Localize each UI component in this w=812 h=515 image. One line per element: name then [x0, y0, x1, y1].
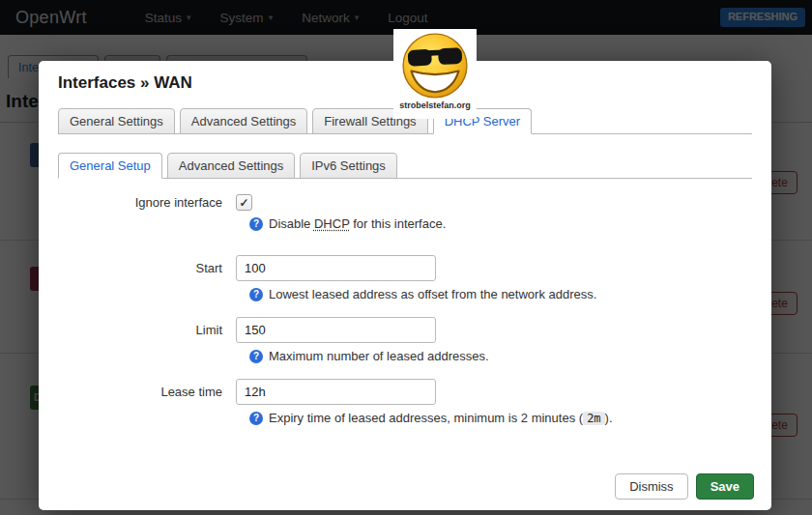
form-row-start: Start ? Lowest leased address as offset … — [58, 255, 752, 302]
field-label: Lease time — [58, 385, 236, 399]
start-input[interactable] — [236, 255, 436, 281]
field-label: Ignore interface — [58, 195, 236, 210]
subtab-advanced-settings[interactable]: Advanced Settings — [167, 153, 295, 179]
modal-title: Interfaces » WAN — [58, 73, 192, 93]
tab-advanced-settings[interactable]: Advanced Settings — [180, 108, 307, 134]
help-icon: ? — [249, 217, 263, 231]
watermark: strobelstefan.org — [393, 29, 477, 119]
sunglasses-smiley-icon — [401, 32, 469, 100]
field-help: ? Maximum number of leased addresses. — [249, 349, 752, 364]
field-label: Start — [58, 261, 236, 275]
dismiss-button[interactable]: Dismiss — [615, 473, 688, 500]
modal-footer: Dismiss Save — [615, 473, 754, 500]
lease-time-code: 2m — [583, 412, 604, 425]
watermark-text: strobelstefan.org — [393, 100, 477, 110]
field-label: Limit — [58, 323, 236, 337]
lease-time-input[interactable] — [236, 379, 436, 405]
ignore-interface-checkbox[interactable]: ✓ — [236, 194, 252, 211]
help-icon: ? — [249, 350, 263, 363]
dhcp-general-setup-form: Ignore interface ✓ ? Disable DHCP for th… — [58, 194, 752, 441]
form-row-limit: Limit ? Maximum number of leased address… — [58, 317, 752, 364]
save-button[interactable]: Save — [696, 473, 754, 500]
dhcp-sub-tabs: General Setup Advanced Settings IPv6 Set… — [58, 152, 752, 179]
form-row-ignore-interface: Ignore interface ✓ ? Disable DHCP for th… — [58, 194, 752, 232]
help-icon: ? — [249, 288, 263, 301]
field-help: ? Expiry time of leased addresses, minim… — [249, 411, 752, 426]
limit-input[interactable] — [236, 317, 436, 343]
field-help: ? Disable DHCP for this interface. — [249, 216, 752, 232]
checkmark-icon: ✓ — [239, 196, 248, 210]
field-help: ? Lowest leased address as offset from t… — [249, 287, 752, 302]
help-icon: ? — [249, 412, 263, 425]
tab-general-settings[interactable]: General Settings — [58, 108, 175, 134]
edit-interface-wan-modal: Interfaces » WAN General Settings Advanc… — [39, 61, 771, 510]
subtab-general-setup[interactable]: General Setup — [58, 153, 162, 179]
dhcp-abbr: DHCP — [314, 216, 350, 231]
form-row-lease-time: Lease time ? Expiry time of leased addre… — [58, 379, 752, 426]
subtab-ipv6-settings[interactable]: IPv6 Settings — [300, 153, 397, 179]
